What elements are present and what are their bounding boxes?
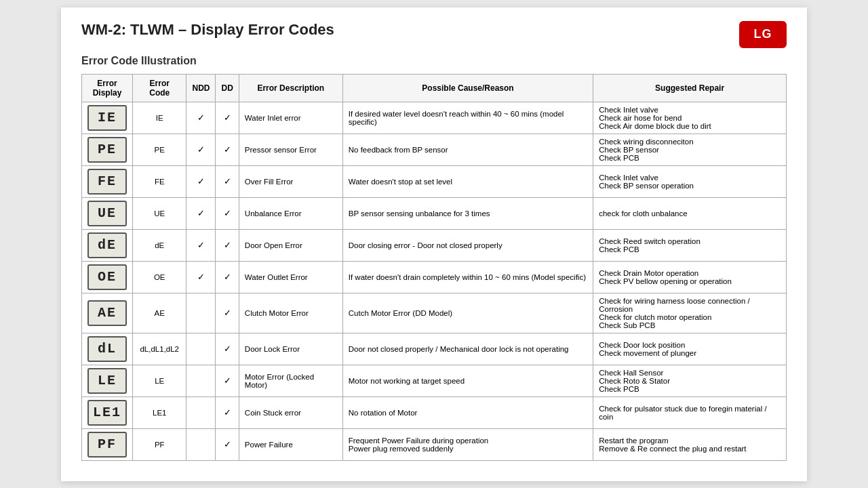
error-display-box: IE bbox=[87, 105, 127, 131]
repair-cell: Check wiring disconneciton Check BP sens… bbox=[593, 134, 787, 165]
error-display-box: PF bbox=[87, 432, 127, 458]
error-display-cell: dE bbox=[82, 229, 133, 261]
page-title: WM-2: TLWM – Display Error Codes bbox=[81, 21, 334, 39]
dd-cell: ✓ bbox=[216, 396, 239, 428]
ndd-cell: ✓ bbox=[186, 229, 216, 261]
col-ndd: NDD bbox=[186, 74, 216, 102]
error-description-cell: Door Lock Error bbox=[239, 333, 342, 365]
col-dd: DD bbox=[216, 74, 239, 102]
table-row: dEdE✓✓Door Open ErrorDoor closing error … bbox=[82, 229, 787, 261]
table-row: PEPE✓✓Pressor sensor ErrorNo feedback fr… bbox=[82, 134, 787, 165]
repair-cell: check for cloth unbalance bbox=[593, 197, 787, 229]
ndd-cell bbox=[186, 333, 216, 365]
error-display-cell: LE1 bbox=[82, 396, 133, 428]
error-description-cell: Clutch Motor Error bbox=[239, 293, 342, 333]
cause-cell: BP sensor sensing unbalance for 3 times bbox=[342, 197, 593, 229]
ndd-cell bbox=[186, 293, 216, 333]
error-display-box: LE bbox=[87, 368, 127, 394]
error-description-cell: Water Outlet Error bbox=[239, 261, 342, 293]
error-code-cell: AE bbox=[133, 293, 186, 333]
error-display-cell: dL bbox=[82, 333, 133, 365]
error-code-cell: LE1 bbox=[133, 396, 186, 428]
error-description-cell: Door Open Error bbox=[239, 229, 342, 261]
col-cause: Possible Cause/Reason bbox=[342, 74, 593, 102]
error-display-cell: AE bbox=[82, 293, 133, 333]
error-description-cell: Water Inlet error bbox=[239, 102, 342, 134]
dd-cell: ✓ bbox=[216, 428, 239, 460]
table-row: OEOE✓✓Water Outlet ErrorIf water doesn't… bbox=[82, 261, 787, 293]
table-header-row: Error Display Error Code NDD DD Error De… bbox=[82, 74, 787, 102]
repair-cell: Check for wiring harness loose connectio… bbox=[593, 293, 787, 333]
repair-cell: Check Hall Sensor Check Roto & Stator Ch… bbox=[593, 365, 787, 396]
ndd-cell: ✓ bbox=[186, 197, 216, 229]
dd-cell: ✓ bbox=[216, 102, 239, 134]
error-code-cell: OE bbox=[133, 261, 186, 293]
error-code-cell: dE bbox=[133, 229, 186, 261]
cause-cell: Door not closed properly / Mechanical do… bbox=[342, 333, 593, 365]
error-display-box: dE bbox=[87, 232, 127, 258]
error-code-cell: PE bbox=[133, 134, 186, 165]
dd-cell: ✓ bbox=[216, 229, 239, 261]
error-display-cell: LE bbox=[82, 365, 133, 396]
dd-cell: ✓ bbox=[216, 365, 239, 396]
error-display-box: dL bbox=[87, 336, 127, 362]
dd-cell: ✓ bbox=[216, 165, 239, 197]
error-description-cell: Pressor sensor Error bbox=[239, 134, 342, 165]
cause-cell: No feedback from BP sensor bbox=[342, 134, 593, 165]
error-description-cell: Power Failure bbox=[239, 428, 342, 460]
page: WM-2: TLWM – Display Error Codes LG Erro… bbox=[61, 7, 807, 481]
lg-logo: LG bbox=[739, 21, 787, 48]
error-display-cell: OE bbox=[82, 261, 133, 293]
ndd-cell bbox=[186, 365, 216, 396]
cause-cell: Frequent Power Failure during operation … bbox=[342, 428, 593, 460]
col-error-display: Error Display bbox=[82, 74, 133, 102]
error-code-cell: IE bbox=[133, 102, 186, 134]
repair-cell: Check Drain Motor operation Check PV bel… bbox=[593, 261, 787, 293]
dd-cell: ✓ bbox=[216, 293, 239, 333]
col-error-code: Error Code bbox=[133, 74, 186, 102]
table-row: dLdL,dL1,dL2✓Door Lock ErrorDoor not clo… bbox=[82, 333, 787, 365]
dd-cell: ✓ bbox=[216, 197, 239, 229]
ndd-cell: ✓ bbox=[186, 165, 216, 197]
error-display-box: UE bbox=[87, 201, 127, 226]
ndd-cell: ✓ bbox=[186, 102, 216, 134]
ndd-cell bbox=[186, 428, 216, 460]
col-repair: Suggested Repair bbox=[593, 74, 787, 102]
repair-cell: Check for pulsator stuck due to foregin … bbox=[593, 396, 787, 428]
error-display-cell: PF bbox=[82, 428, 133, 460]
repair-cell: Restart the program Remove & Re connect … bbox=[593, 428, 787, 460]
error-display-box: LE1 bbox=[87, 400, 127, 426]
table-row: LELE✓Motor Error (Locked Motor)Motor not… bbox=[82, 365, 787, 396]
cause-cell: Cutch Motor Error (DD Model) bbox=[342, 293, 593, 333]
repair-cell: Check Inlet valve Check air hose for ben… bbox=[593, 102, 787, 134]
cause-cell: No rotation of Motor bbox=[342, 396, 593, 428]
repair-cell: Check Inlet valve Check BP sensor operat… bbox=[593, 165, 787, 197]
error-code-cell: LE bbox=[133, 365, 186, 396]
error-description-cell: Coin Stuck error bbox=[239, 396, 342, 428]
error-code-cell: FE bbox=[133, 165, 186, 197]
cause-cell: Water doesn't stop at set level bbox=[342, 165, 593, 197]
ndd-cell: ✓ bbox=[186, 261, 216, 293]
table-row: IEIE✓✓Water Inlet errorIf desired water … bbox=[82, 102, 787, 134]
error-codes-table: Error Display Error Code NDD DD Error De… bbox=[81, 74, 787, 461]
error-code-cell: dL,dL1,dL2 bbox=[133, 333, 186, 365]
error-display-box: OE bbox=[87, 264, 127, 290]
dd-cell: ✓ bbox=[216, 333, 239, 365]
error-display-cell: PE bbox=[82, 134, 133, 165]
ndd-cell bbox=[186, 396, 216, 428]
error-code-cell: PF bbox=[133, 428, 186, 460]
table-row: FEFE✓✓Over Fill ErrorWater doesn't stop … bbox=[82, 165, 787, 197]
error-code-cell: UE bbox=[133, 197, 186, 229]
repair-cell: Check Reed switch operation Check PCB bbox=[593, 229, 787, 261]
ndd-cell: ✓ bbox=[186, 134, 216, 165]
error-display-box: PE bbox=[87, 137, 127, 163]
repair-cell: Check Door lock position Check movement … bbox=[593, 333, 787, 365]
section-subtitle: Error Code Illustration bbox=[81, 55, 787, 67]
header: WM-2: TLWM – Display Error Codes LG bbox=[81, 21, 787, 48]
error-display-cell: FE bbox=[82, 165, 133, 197]
table-row: LE1LE1✓Coin Stuck errorNo rotation of Mo… bbox=[82, 396, 787, 428]
table-row: PFPF✓Power FailureFrequent Power Failure… bbox=[82, 428, 787, 460]
cause-cell: Door closing error - Door not closed pro… bbox=[342, 229, 593, 261]
error-display-box: FE bbox=[87, 169, 127, 195]
table-row: AEAE✓Clutch Motor ErrorCutch Motor Error… bbox=[82, 293, 787, 333]
